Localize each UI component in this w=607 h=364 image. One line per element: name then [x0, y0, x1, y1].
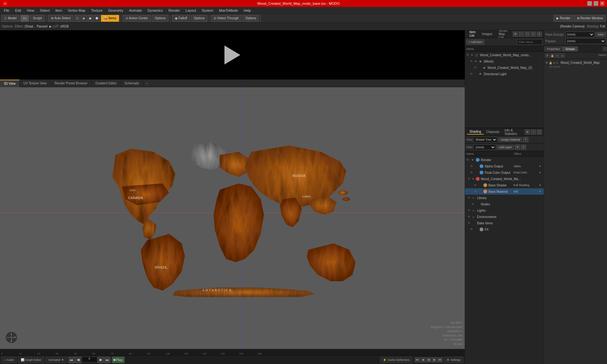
shader-row-bake[interactable]: 👁 ▷ Bake Items [465, 220, 544, 226]
options-btn-3[interactable]: Options [242, 15, 259, 22]
final-effect-arrow[interactable]: ▼ [539, 171, 543, 174]
select-through-btn[interactable]: ⊡ Select Through [211, 15, 242, 22]
tab-3d-view[interactable]: 3D View [0, 80, 20, 87]
filter-arrow[interactable]: ▼ [515, 145, 520, 150]
groups-icon-eye[interactable]: 👁 [545, 53, 549, 58]
menu-view[interactable]: View [24, 8, 37, 13]
action-center-btn[interactable]: ⊙ Action Center [123, 15, 151, 22]
tree-item-light[interactable]: 👁 ▷ ☀ Directional Light [465, 71, 544, 77]
groups-icon-a[interactable]: A [560, 53, 565, 58]
shader-row-lights[interactable]: 👁 ▷ Lights [465, 207, 544, 214]
cache-deformers-btn[interactable]: ⚡ Cache Deformers [380, 357, 413, 363]
settings-btn[interactable]: ⚙ Settings [444, 357, 463, 363]
shader-row-alpha[interactable]: 👁 ▷ Alpha Output Alpha ▼ [465, 163, 544, 169]
graph-editor-btn[interactable]: 📊 Graph Editor [18, 357, 44, 363]
time-input[interactable]: 0 [82, 357, 97, 362]
assign-material-btn[interactable]: Assign Material [498, 137, 522, 142]
shader-row-nodes[interactable]: 👁 ▷ Nodes [465, 201, 544, 207]
menu-edit[interactable]: Edit [13, 8, 24, 13]
eye-icon-1[interactable]: 👁 [466, 53, 471, 57]
add-layer-btn[interactable]: Add Layer [497, 145, 514, 149]
menu-texture[interactable]: Texture [89, 8, 105, 13]
animated-btn[interactable]: Animated ▼ [46, 357, 67, 363]
shader-row-fx[interactable]: 👁 ▷ FX [465, 226, 544, 233]
toolbar-icon-2[interactable]: ◈ [81, 15, 87, 22]
prev-frame-btn[interactable]: ◀ [75, 357, 81, 363]
menu-vertex-map[interactable]: Vertex Map [65, 8, 88, 13]
tab-info-stats[interactable]: Info & Statistics [502, 128, 525, 136]
pb-icon-1[interactable]: ⏮ [415, 357, 420, 362]
tree-item-mesh-child[interactable]: 👁 ▷ ◈ Wood_Created_World_Map_(2) [465, 64, 544, 71]
render-window-btn[interactable]: ⊞ Render Window [574, 15, 606, 22]
options-btn-1[interactable]: Options [152, 15, 168, 22]
shader-eye-11[interactable]: 👁 [468, 221, 473, 225]
toolbar-icon-4[interactable]: ⬟ [94, 15, 100, 22]
groups-icon-lock[interactable]: 🔒 [550, 53, 555, 58]
pb-icon-5[interactable]: ⏭ [438, 357, 443, 362]
panel-icon-1[interactable]: ⊞ [513, 32, 518, 37]
shader-tree-container[interactable]: 👁 ▼ Render 👁 ▷ Alpha Output Alpha ▼ [465, 157, 544, 364]
pb-icon-4[interactable]: ▶ [432, 357, 437, 362]
shader-row-library[interactable]: 👁 ▷ Library [465, 195, 544, 201]
group-tree-item-world-map[interactable]: 👁 🔒 ⊙ A Wood_Created_World_Map [545, 60, 606, 65]
eye-icon-2[interactable]: 👁 [470, 60, 475, 63]
filter-s-btn[interactable]: S [521, 145, 526, 150]
options-btn-2[interactable]: Options [191, 15, 207, 22]
falloff-btn[interactable]: ◉ Falloff [172, 15, 190, 22]
pb-icon-2[interactable]: ◀ [420, 357, 426, 362]
menu-select[interactable]: Select [37, 8, 52, 13]
toolbar-icon-1[interactable]: ⬡ [74, 15, 80, 22]
base-shader-arrow[interactable]: ▼ [539, 184, 543, 187]
shader-eye-9[interactable]: 👁 [468, 209, 473, 212]
next-frame-btn[interactable]: ▶ [98, 357, 104, 363]
menu-maxtomodo[interactable]: MaxToModo [217, 8, 241, 13]
shading-icon-3[interactable]: ⛶ [537, 130, 542, 135]
prop-tab-groups[interactable]: Groups [563, 46, 578, 52]
panel-icon-2[interactable]: − [519, 32, 524, 37]
shader-eye-10[interactable]: 👁 [468, 215, 473, 218]
close-btn[interactable]: ✕ [600, 1, 604, 6]
groups-icon-render[interactable]: ⊙ [555, 53, 560, 58]
skip-end-btn[interactable]: ⏭ [104, 357, 111, 363]
shader-eye-7[interactable]: 👁 [468, 196, 473, 199]
menu-file[interactable]: File [1, 8, 12, 13]
tab-add-btn[interactable]: + [144, 80, 150, 87]
audio-btn[interactable]: ♪ Audio [1, 357, 17, 363]
shader-eye-3[interactable]: 👁 [470, 171, 475, 174]
filter-items-input[interactable] [517, 39, 543, 45]
menu-layout[interactable]: Layout [183, 8, 199, 13]
shader-row-final[interactable]: 👁 ▷ Final Color Output Final Color ▼ [465, 169, 544, 176]
shader-row-base-material[interactable]: 👁 ▷ Base Material (all) ▼ [465, 188, 544, 195]
tab-render-preset[interactable]: Render Preset Browser [51, 80, 92, 87]
shader-eye-2[interactable]: 👁 [470, 165, 475, 168]
shader-eye-4[interactable]: 👁 [468, 177, 472, 180]
panel-icon-f[interactable]: F [531, 32, 536, 37]
menu-dynamics[interactable]: Dynamics [145, 8, 165, 13]
menu-item[interactable]: Item [53, 8, 64, 13]
alpha-effect-arrow[interactable]: ▼ [539, 165, 543, 168]
tab-shading[interactable]: Shading [467, 129, 484, 135]
model-btn[interactable]: ⬡ Model [1, 15, 19, 22]
pass-groups-select[interactable]: (none) [566, 32, 594, 37]
shading-f-btn[interactable]: F [523, 137, 528, 142]
shader-tree-select[interactable]: Shader Tree [473, 137, 497, 143]
menu-render[interactable]: Render [166, 8, 182, 13]
panel-tab-item-list[interactable]: Item List [467, 30, 478, 39]
shader-row-wood-group[interactable]: 👁 ▼ Wood_Created_World_Ma... [465, 176, 544, 182]
menu-system[interactable]: System [199, 8, 216, 13]
skip-start-btn[interactable]: ⏮ [68, 357, 75, 363]
shading-icon-1[interactable]: ⊞ [525, 130, 530, 135]
panel-icon-s[interactable]: S [537, 32, 542, 37]
shader-row-base-shader[interactable]: 👁 ▷ Base Shader Full Shading ▼ [465, 182, 544, 188]
shader-eye-5[interactable]: 👁 [474, 184, 479, 187]
filter-select[interactable]: (none) [474, 144, 496, 150]
passes-select[interactable]: (none) [566, 38, 606, 44]
minimize-btn[interactable]: − [587, 1, 592, 6]
base-material-arrow[interactable]: ▼ [539, 190, 543, 193]
play-btn[interactable]: ▶ Play [112, 357, 125, 363]
pb-icon-3[interactable]: ◉ [426, 357, 431, 362]
shader-eye-8[interactable]: 👁 [471, 203, 476, 206]
items-btn[interactable]: 📦 Items [101, 15, 119, 22]
add-item-btn[interactable]: + Add Item [466, 39, 484, 45]
tree-item-mesh-parent[interactable]: 👁 ▼ ◈ (Mesh) [465, 58, 544, 64]
